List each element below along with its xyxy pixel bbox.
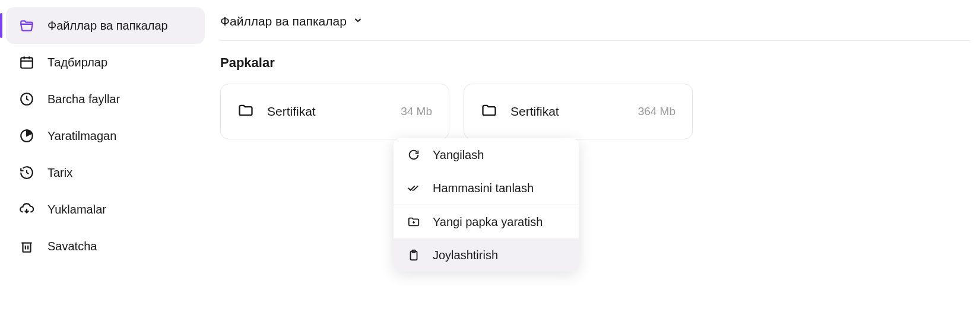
sidebar-item-label: Тадбирлар bbox=[47, 55, 107, 70]
folder-grid: Sertifikat 34 Mb Sertifikat 364 Mb bbox=[220, 84, 971, 139]
sidebar-item-trash[interactable]: Savatcha bbox=[0, 228, 211, 265]
context-menu-paste[interactable]: Joylashtirish bbox=[394, 238, 579, 272]
sidebar-item-label: Yaratilmagan bbox=[47, 128, 116, 144]
sidebar-item-downloads[interactable]: Yuklamalar bbox=[0, 191, 211, 228]
sidebar-item-files-folders[interactable]: Файллар ва папкалар bbox=[6, 7, 205, 44]
folder-open-icon bbox=[19, 18, 34, 33]
folder-name: Sertifikat bbox=[267, 104, 401, 119]
pie-icon bbox=[19, 128, 34, 144]
context-menu-refresh[interactable]: Yangilash bbox=[394, 138, 579, 171]
clock-icon bbox=[19, 91, 34, 107]
sidebar-item-label: Файллар ва папкалар bbox=[47, 18, 168, 33]
svg-rect-0 bbox=[21, 58, 33, 68]
clipboard-icon bbox=[407, 248, 421, 262]
refresh-icon bbox=[407, 148, 421, 162]
chevron-down-icon bbox=[353, 14, 363, 28]
sidebar-item-label: Yuklamalar bbox=[47, 202, 106, 217]
folder-card[interactable]: Sertifikat 364 Mb bbox=[464, 84, 693, 139]
folder-size: 364 Mb bbox=[638, 105, 675, 118]
context-menu-label: Yangilash bbox=[433, 148, 484, 162]
history-icon bbox=[19, 165, 34, 180]
folder-icon bbox=[237, 102, 254, 121]
divider bbox=[220, 40, 971, 41]
calendar-icon bbox=[19, 55, 34, 70]
sidebar-item-label: Savatcha bbox=[47, 238, 97, 254]
sidebar-item-label: Tarix bbox=[47, 165, 72, 180]
sidebar-item-events[interactable]: Тадбирлар bbox=[0, 44, 211, 81]
context-menu-new-folder[interactable]: Yangi papka yaratish bbox=[394, 205, 579, 238]
context-menu-select-all[interactable]: Hammasini tanlash bbox=[394, 171, 579, 205]
sidebar-item-history[interactable]: Tarix bbox=[0, 154, 211, 191]
folder-size: 34 Mb bbox=[401, 105, 432, 118]
section-title: Papkalar bbox=[220, 55, 971, 71]
context-menu-label: Joylashtirish bbox=[433, 249, 498, 262]
folder-icon bbox=[481, 102, 497, 121]
context-menu-label: Yangi papka yaratish bbox=[433, 215, 543, 229]
folder-plus-icon bbox=[407, 215, 421, 229]
breadcrumb-title: Файллар ва папкалар bbox=[220, 14, 347, 28]
folder-name: Sertifikat bbox=[510, 104, 638, 119]
sidebar-item-not-created[interactable]: Yaratilmagan bbox=[0, 117, 211, 154]
breadcrumb[interactable]: Файллар ва папкалар bbox=[220, 14, 363, 40]
trash-icon bbox=[19, 238, 34, 254]
context-menu: Yangilash Hammasini tanlash Yangi papka … bbox=[394, 138, 579, 272]
folder-card[interactable]: Sertifikat 34 Mb bbox=[220, 84, 449, 139]
check-all-icon bbox=[407, 181, 421, 195]
sidebar-item-label: Barcha fayllar bbox=[47, 91, 120, 107]
cloud-download-icon bbox=[19, 202, 34, 217]
sidebar-item-all-files[interactable]: Barcha fayllar bbox=[0, 81, 211, 117]
context-menu-label: Hammasini tanlash bbox=[433, 182, 534, 195]
main-content: Файллар ва папкалар Papkalar Sertifikat … bbox=[211, 0, 980, 312]
sidebar: Файллар ва папкалар Тадбирлар Barcha fay… bbox=[0, 0, 211, 312]
